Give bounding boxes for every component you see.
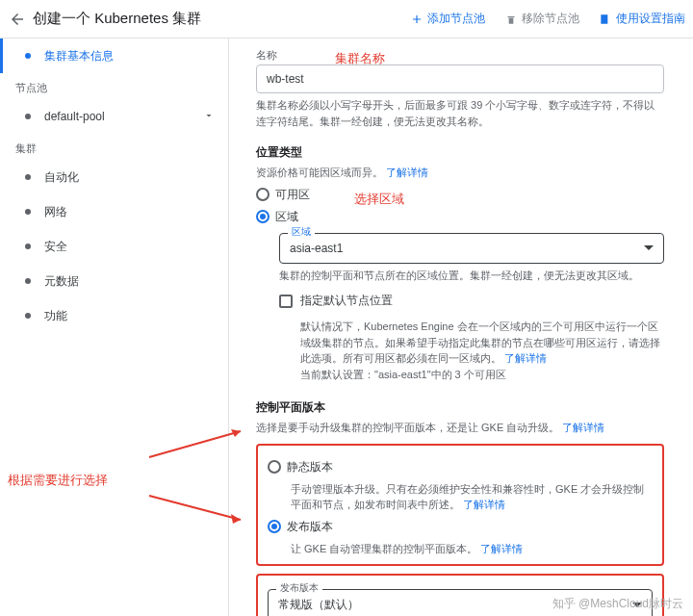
- sidebar-item-basics[interactable]: 集群基本信息: [0, 38, 228, 73]
- learn-more-link[interactable]: 了解详情: [463, 499, 505, 510]
- back-arrow-icon[interactable]: [8, 10, 27, 29]
- add-node-pool-button[interactable]: 添加节点池: [410, 11, 485, 27]
- control-plane-header: 控制平面版本: [256, 399, 664, 416]
- radio-release-version[interactable]: 发布版本: [268, 519, 653, 535]
- name-label: 名称: [256, 48, 664, 63]
- radio-region[interactable]: 区域: [256, 209, 664, 225]
- sidebar-section-cluster: 集群: [0, 134, 228, 160]
- radio-static-version[interactable]: 静态版本: [268, 459, 653, 475]
- sidebar-section-pools: 节点池: [0, 73, 228, 99]
- content-pane: 名称 集群名称 集群名称必须以小写字母开头，后面最多可跟 39 个小写字母、数字…: [229, 38, 693, 616]
- remove-node-pool-button[interactable]: 移除节点池: [504, 11, 579, 27]
- sidebar: 集群基本信息 节点池 default-pool 集群 自动化 网络 安全 元数据…: [0, 38, 229, 616]
- name-hint: 集群名称必须以小写字母开头，后面最多可跟 39 个小写字母、数字或连字符，不得以…: [256, 97, 664, 129]
- chevron-down-icon: [203, 110, 215, 124]
- learn-more-link[interactable]: 了解详情: [562, 422, 604, 433]
- watermark: 知乎 @MeshCloud脉时云: [552, 596, 683, 612]
- sidebar-item-features[interactable]: 功能: [0, 298, 228, 333]
- sidebar-item-security[interactable]: 安全: [0, 229, 228, 264]
- region-select[interactable]: asia-east1: [279, 233, 664, 264]
- default-location-checkbox[interactable]: 指定默认节点位置: [279, 293, 664, 309]
- sidebar-item-metadata[interactable]: 元数据: [0, 264, 228, 298]
- use-guide-button[interactable]: 使用设置指南: [599, 11, 685, 27]
- sidebar-item-automation[interactable]: 自动化: [0, 160, 228, 194]
- region-hint: 集群的控制平面和节点所在的区域位置。集群一经创建，便无法更改其区域。: [279, 268, 664, 284]
- sidebar-item-network[interactable]: 网络: [0, 194, 228, 229]
- cluster-name-input[interactable]: [256, 64, 664, 93]
- sidebar-item-default-pool[interactable]: default-pool: [0, 99, 228, 134]
- annotation-box-versions: 静态版本 手动管理版本升级。只有在必须维护安全性和兼容性时，GKE 才会升级控制…: [256, 444, 664, 567]
- location-type-header: 位置类型: [256, 144, 664, 161]
- learn-more-link[interactable]: 了解详情: [504, 352, 547, 364]
- learn-more-link[interactable]: 了解详情: [480, 543, 523, 554]
- page-title: 创建一个 Kubernetes 集群: [33, 10, 201, 28]
- learn-more-link[interactable]: 了解详情: [386, 167, 428, 178]
- radio-zone[interactable]: 可用区: [256, 187, 664, 203]
- dropdown-icon: [644, 245, 654, 250]
